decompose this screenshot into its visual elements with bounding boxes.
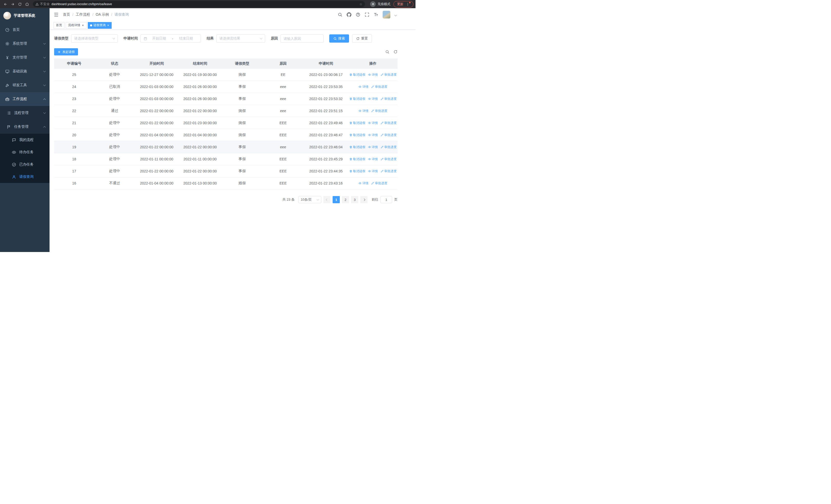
goto-page-input[interactable] [380, 196, 392, 203]
trash-icon [349, 146, 352, 149]
cancel-leave-link[interactable]: 取消请假 [349, 97, 366, 101]
refresh-table-icon[interactable] [394, 50, 398, 54]
leave-type-label: 请假类型 [54, 36, 68, 41]
cancel-leave-link[interactable]: 取消请假 [349, 145, 366, 149]
browser-menu-icon[interactable]: ⋮ [405, 2, 410, 6]
avatar[interactable] [383, 11, 390, 19]
detail-link[interactable]: 详情 [368, 133, 378, 137]
collapse-sidebar-icon[interactable] [54, 12, 59, 17]
sidebar-item-process-mgmt[interactable]: 流程管理 [0, 106, 50, 120]
edit-pen-icon [371, 109, 374, 112]
page-size-select[interactable]: 10条/页 [298, 196, 321, 203]
tags-view: 首页 流程详情 × 请假查询 × [50, 21, 416, 30]
approval-progress-link[interactable]: 审批进度 [381, 121, 397, 125]
next-page-button[interactable] [360, 196, 368, 203]
cancel-leave-link[interactable]: 取消请假 [349, 133, 366, 137]
detail-link[interactable]: 详情 [359, 181, 369, 185]
reset-button[interactable]: 重置 [352, 34, 372, 42]
close-icon[interactable]: × [82, 24, 84, 27]
detail-link[interactable]: 详情 [368, 157, 378, 161]
approval-progress-link[interactable]: 审批进度 [381, 145, 397, 149]
home-icon[interactable] [24, 1, 30, 7]
dashboard-icon [5, 28, 9, 32]
page-button-3[interactable]: 3 [351, 196, 358, 203]
sidebar-item-workflow[interactable]: 工作流程 [0, 92, 50, 106]
approval-progress-link[interactable]: 审批进度 [371, 181, 387, 185]
forward-icon[interactable] [9, 1, 16, 7]
approval-progress-link[interactable]: 审批进度 [371, 85, 387, 89]
browser-update-button[interactable]: 更新 ⋮ [394, 1, 413, 7]
table-row: 18 处理中 2022-01-11 00:00:00 2022-01-11 00… [54, 153, 398, 165]
sidebar-item-done-tasks[interactable]: 已办任务 [0, 158, 50, 171]
detail-link[interactable]: 详情 [359, 109, 369, 113]
breadcrumb-workflow[interactable]: 工作流程 [76, 12, 90, 17]
app-logo[interactable]: 芋道管理系统 [0, 8, 50, 23]
fullscreen-icon[interactable] [365, 12, 369, 17]
font-size-icon[interactable] [374, 12, 378, 17]
tab-process-detail[interactable]: 流程详情 × [66, 22, 86, 29]
security-warning[interactable]: 不安全 [35, 2, 50, 6]
page-button-2[interactable]: 2 [342, 196, 349, 203]
address-bar[interactable]: 不安全 dashboard.yudao.iocoder.cn/bpm/oa/le… [33, 1, 365, 7]
breadcrumb-home[interactable]: 首页 [63, 12, 70, 17]
reload-icon[interactable] [17, 1, 23, 7]
breadcrumb: 首页 / 工作流程 / OA 示例 / 请假查询 [63, 12, 129, 17]
plus-icon [57, 50, 61, 54]
approval-progress-link[interactable]: 审批进度 [381, 97, 397, 101]
sidebar-item-leave-query[interactable]: 请假查询 [0, 171, 50, 183]
search-button[interactable]: 搜索 [329, 34, 349, 42]
table-row: 22 通过 2022-01-22 00:00:00 2022-01-22 00:… [54, 105, 398, 117]
sidebar-item-devtools[interactable]: 研发工具 [0, 78, 50, 92]
detail-link[interactable]: 详情 [368, 145, 378, 149]
sidebar-item-payment[interactable]: 支付管理 [0, 51, 50, 64]
cancel-leave-link[interactable]: 取消请假 [349, 157, 366, 161]
cell-reason: eee [262, 85, 304, 89]
back-icon[interactable] [2, 1, 9, 7]
approval-progress-link[interactable]: 审批进度 [381, 157, 397, 161]
tab-home[interactable]: 首页 [54, 22, 64, 29]
github-icon[interactable] [347, 12, 351, 17]
approval-progress-link[interactable]: 审批进度 [381, 72, 397, 77]
detail-link[interactable]: 详情 [368, 97, 378, 101]
detail-link[interactable]: 详情 [368, 72, 378, 77]
result-select[interactable]: 请选择流结果 [216, 34, 265, 42]
breadcrumb-current: 请假查询 [114, 12, 129, 17]
approval-progress-link[interactable]: 审批进度 [381, 133, 397, 137]
prev-page-button[interactable] [323, 196, 331, 203]
toggle-search-icon[interactable] [385, 50, 389, 54]
detail-link[interactable]: 详情 [368, 121, 378, 125]
sidebar-item-home[interactable]: 首页 [0, 23, 50, 37]
cell-end-time: 2022-01-26 00:00:00 [178, 85, 222, 89]
tab-leave-query[interactable]: 请假查询 × [88, 22, 112, 29]
detail-link[interactable]: 详情 [368, 169, 378, 174]
sidebar-item-todo-tasks[interactable]: 待办任务 [0, 146, 50, 158]
cancel-leave-link[interactable]: 取消请假 [349, 121, 366, 125]
sidebar-item-task-mgmt[interactable]: 任务管理 [0, 120, 50, 134]
table-row: 23 处理中 2022-01-03 00:00:00 2022-01-26 00… [54, 93, 398, 105]
reason-input[interactable] [281, 34, 324, 42]
page-button-1[interactable]: 1 [333, 196, 340, 203]
avatar-caret-icon[interactable] [395, 12, 397, 17]
approval-progress-link[interactable]: 审批进度 [381, 169, 397, 174]
bookmark-star-icon[interactable]: ☆ [359, 2, 362, 6]
edit-pen-icon [371, 182, 374, 185]
sidebar-item-my-process[interactable]: 我的流程 [0, 134, 50, 146]
help-icon[interactable] [356, 12, 360, 17]
edit-pen-icon [381, 97, 384, 100]
leave-type-select[interactable]: 请选择请假类型 [71, 34, 118, 42]
search-icon[interactable] [338, 12, 342, 17]
close-icon[interactable]: × [107, 24, 110, 27]
total-count: 共 23 条 [282, 197, 295, 202]
create-leave-button[interactable]: 发起请假 [54, 48, 78, 55]
sidebar-item-system[interactable]: 系统管理 [0, 37, 50, 51]
apply-time-range-picker[interactable]: 开始日期 - 结束日期 [140, 34, 201, 42]
cancel-leave-link[interactable]: 取消请假 [349, 72, 366, 77]
detail-link[interactable]: 详情 [359, 85, 369, 89]
cancel-leave-link[interactable]: 取消请假 [349, 169, 366, 174]
sidebar-menu: 首页 系统管理 支付管理 基础设施 研发工具 [0, 23, 50, 183]
approval-progress-link[interactable]: 审批进度 [371, 109, 387, 113]
table-row: 25 处理中 2021-12-27 00:00:00 2022-01-19 00… [54, 69, 398, 81]
breadcrumb-oa-example[interactable]: OA 示例 [96, 12, 109, 17]
sidebar-item-infra[interactable]: 基础设施 [0, 64, 50, 78]
cell-operations: 取消请假 详情 审批进度 [348, 121, 398, 125]
